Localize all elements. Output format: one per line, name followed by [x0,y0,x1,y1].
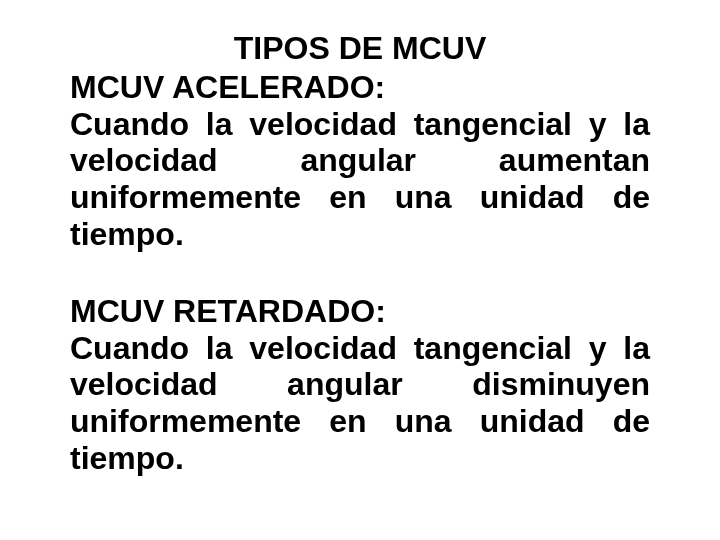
section2-heading: MCUV RETARDADO: [70,293,650,330]
section2-body: Cuando la velocidad tangencial y la velo… [70,330,650,477]
slide-content: TIPOS DE MCUV MCUV ACELERADO: Cuando la … [0,0,720,540]
section1-body: Cuando la velocidad tangencial y la velo… [70,106,650,253]
section1-heading: MCUV ACELERADO: [70,69,650,106]
page-title: TIPOS DE MCUV [70,30,650,67]
